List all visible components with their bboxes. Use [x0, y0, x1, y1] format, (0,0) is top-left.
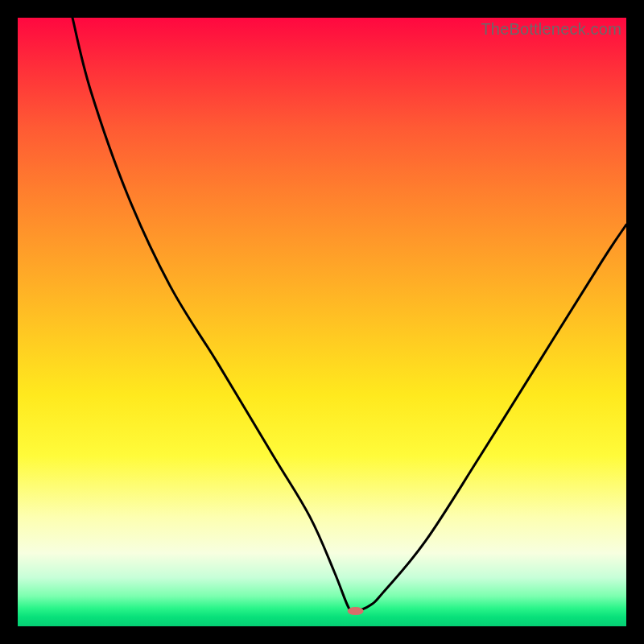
chart-frame: TheBottleneck.com — [0, 0, 644, 644]
chart-svg — [18, 18, 626, 626]
bottleneck-curve — [72, 18, 626, 613]
min-marker — [348, 607, 364, 615]
plot-area: TheBottleneck.com — [18, 18, 626, 626]
